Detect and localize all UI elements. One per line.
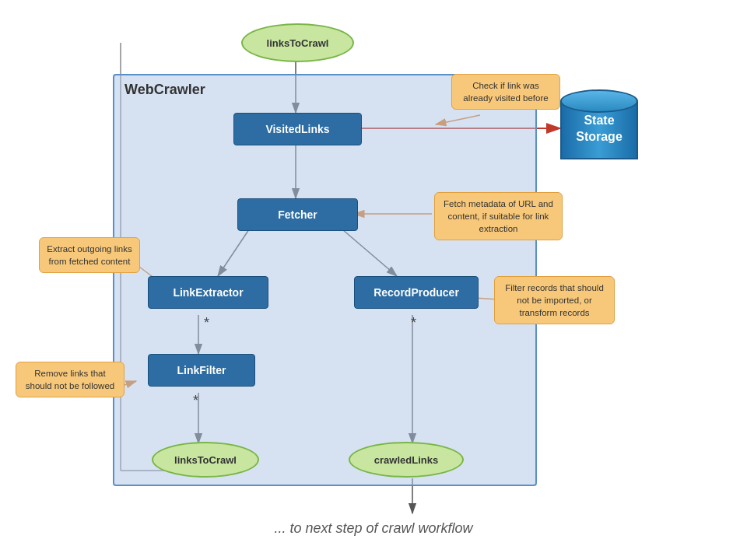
- state-storage-cylinder: StateStorage: [560, 89, 642, 171]
- record-producer-node: RecordProducer: [354, 276, 479, 309]
- state-storage-label: StateStorage: [560, 113, 638, 145]
- bottom-text: ... to next step of crawl workflow: [0, 520, 747, 537]
- annotation-check-link: Check if link was already visited before: [451, 74, 560, 110]
- link-extractor-node: LinkExtractor: [148, 276, 268, 309]
- links-to-crawl-top-oval: linksToCrawl: [241, 23, 354, 62]
- crawled-links-oval: crawledLinks: [349, 442, 464, 478]
- webcrawler-label: WebCrawler: [124, 82, 205, 98]
- fetcher-node: Fetcher: [237, 198, 358, 231]
- asterisk-1: *: [204, 315, 209, 331]
- diagram-container: WebCrawler linksToCrawl VisitedLinks Fet…: [0, 0, 747, 560]
- links-to-crawl-bottom-oval: linksToCrawl: [152, 442, 259, 478]
- annotation-fetch-metadata: Fetch metadata of URL and content, if su…: [434, 192, 563, 240]
- asterisk-2: *: [193, 393, 198, 409]
- visited-links-node: VisitedLinks: [233, 113, 362, 145]
- link-filter-node: LinkFilter: [148, 354, 255, 387]
- annotation-filter-records: Filter records that should not be import…: [494, 276, 615, 324]
- asterisk-3: *: [411, 315, 416, 331]
- annotation-extract-links: Extract outgoing links from fetched cont…: [39, 237, 140, 273]
- annotation-remove-links: Remove links that should not be followed: [16, 362, 124, 397]
